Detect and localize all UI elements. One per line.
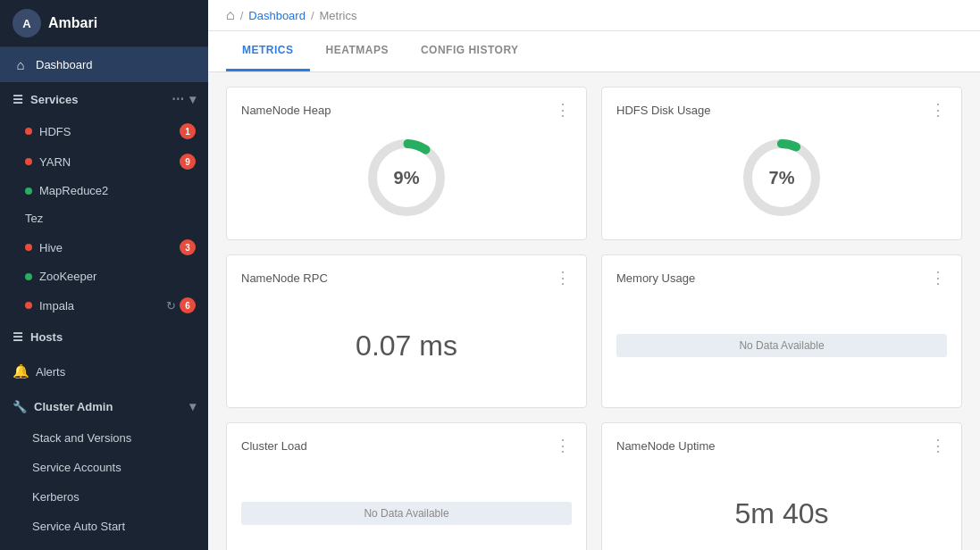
alerts-icon: 🔔 (13, 363, 29, 379)
metrics-grid: NameNode Heap ⋮ 9% HDFS Disk Usage ⋮ (208, 72, 980, 550)
impala-label: Impala (39, 299, 74, 312)
card-namenode-uptime-title: NameNode Uptime (616, 439, 716, 453)
main-content: ⌂ / Dashboard / Metrics METRICS HEATMAPS… (208, 0, 980, 550)
services-icon: ☰ (13, 93, 23, 106)
card-cluster-load: Cluster Load ⋮ No Data Available (226, 422, 587, 550)
breadcrumb-current: Metrics (320, 9, 357, 22)
namenode-uptime-value: 5m 40s (735, 497, 829, 530)
card-hdfs-disk-usage-menu[interactable]: ⋮ (930, 100, 947, 120)
breadcrumb-sep2: / (311, 9, 314, 22)
hdfs-disk-usage-donut: 7% (737, 133, 826, 222)
card-namenode-rpc: NameNode RPC ⋮ 0.07 ms (226, 254, 587, 408)
kerberos-label: Kerberos (32, 490, 80, 504)
namenode-rpc-value: 0.07 ms (356, 329, 457, 362)
tab-heatmaps[interactable]: HEATMAPS (310, 31, 405, 71)
sidebar-item-mapreduce2[interactable]: MapReduce2 (0, 177, 208, 204)
app-name: Ambari (48, 15, 97, 31)
dashboard-icon: ⌂ (13, 57, 29, 72)
hive-badge: 3 (180, 239, 196, 255)
breadcrumb-home-icon[interactable]: ⌂ (226, 7, 235, 23)
impala-status-dot (25, 302, 32, 309)
hive-status-dot (25, 244, 32, 251)
hdfs-status-dot (25, 128, 32, 135)
sidebar: A Ambari ⌂ Dashboard ☰ Services ⋯ ▾ HDFS… (0, 0, 208, 550)
card-namenode-rpc-title: NameNode RPC (241, 271, 328, 285)
sidebar-item-hosts-label: Hosts (30, 330, 63, 344)
card-cluster-load-title: Cluster Load (241, 439, 307, 453)
card-namenode-uptime: NameNode Uptime ⋮ 5m 40s (601, 422, 962, 550)
mapreduce2-status-dot (25, 188, 32, 195)
yarn-label: YARN (39, 155, 71, 169)
sidebar-item-tez[interactable]: Tez (0, 204, 208, 232)
services-chevron-icon[interactable]: ▾ (189, 92, 196, 106)
zookeeper-label: ZooKeeper (39, 270, 96, 283)
impala-badge: 6 (180, 297, 196, 313)
sidebar-item-services[interactable]: ☰ Services ⋯ ▾ (0, 82, 208, 116)
sidebar-item-stack-versions[interactable]: Stack and Versions (0, 423, 208, 453)
sidebar-header: A Ambari (0, 0, 208, 47)
hosts-icon: ☰ (13, 330, 23, 344)
sidebar-item-service-accounts[interactable]: Service Accounts (0, 453, 208, 482)
impala-refresh-icon[interactable]: ↻ (166, 299, 176, 312)
sidebar-item-alerts-label: Alerts (36, 365, 65, 379)
memory-usage-no-data: No Data Available (616, 334, 947, 357)
sidebar-item-cluster-admin[interactable]: 🔧 Cluster Admin ▾ (0, 389, 208, 423)
sidebar-item-service-auto-start[interactable]: Service Auto Start (0, 512, 208, 541)
tez-label: Tez (25, 212, 43, 225)
hdfs-badge: 1 (180, 123, 196, 139)
card-namenode-uptime-menu[interactable]: ⋮ (930, 436, 947, 455)
sidebar-item-kerberos[interactable]: Kerberos (0, 482, 208, 512)
cluster-load-no-data: No Data Available (241, 502, 572, 525)
sidebar-item-dashboard[interactable]: ⌂ Dashboard (0, 47, 208, 82)
sidebar-item-hdfs[interactable]: HDFS 1 (0, 116, 208, 146)
sidebar-item-yarn[interactable]: YARN 9 (0, 146, 208, 177)
service-accounts-label: Service Accounts (32, 461, 121, 474)
card-cluster-load-menu[interactable]: ⋮ (555, 436, 572, 455)
app-logo: A (13, 9, 41, 38)
yarn-badge: 9 (180, 154, 196, 170)
sidebar-item-hosts[interactable]: ☰ Hosts (0, 321, 208, 354)
sidebar-item-hive[interactable]: Hive 3 (0, 232, 208, 262)
stack-versions-label: Stack and Versions (32, 431, 131, 445)
card-hdfs-disk-usage: HDFS Disk Usage ⋮ 7% (601, 87, 962, 240)
sidebar-item-services-label: Services (30, 93, 79, 106)
service-auto-start-label: Service Auto Start (32, 520, 125, 533)
card-namenode-rpc-menu[interactable]: ⋮ (555, 268, 572, 288)
hive-label: Hive (39, 241, 63, 254)
card-memory-usage-title: Memory Usage (616, 271, 695, 285)
card-namenode-heap: NameNode Heap ⋮ 9% (226, 87, 587, 240)
tabs-bar: METRICS HEATMAPS CONFIG HISTORY (208, 31, 980, 72)
namenode-heap-value: 9% (394, 168, 420, 188)
tab-metrics[interactable]: METRICS (226, 31, 310, 71)
sidebar-item-cluster-admin-label: Cluster Admin (34, 400, 113, 413)
cluster-admin-chevron-icon[interactable]: ▾ (189, 399, 196, 413)
cluster-admin-icon: 🔧 (13, 400, 27, 413)
zookeeper-status-dot (25, 273, 32, 280)
mapreduce2-label: MapReduce2 (39, 184, 108, 197)
tab-config-history[interactable]: CONFIG HISTORY (405, 31, 535, 71)
sidebar-item-dashboard-label: Dashboard (36, 58, 93, 71)
sidebar-item-alerts[interactable]: 🔔 Alerts (0, 354, 208, 389)
card-memory-usage: Memory Usage ⋮ No Data Available (601, 254, 962, 408)
hdfs-label: HDFS (39, 125, 71, 138)
hdfs-disk-usage-value: 7% (769, 168, 795, 188)
card-hdfs-disk-usage-title: HDFS Disk Usage (616, 104, 710, 117)
breadcrumb-dashboard[interactable]: Dashboard (248, 9, 306, 22)
services-dots-icon[interactable]: ⋯ (172, 92, 184, 106)
topbar: ⌂ / Dashboard / Metrics (208, 0, 980, 31)
card-namenode-heap-title: NameNode Heap (241, 104, 331, 117)
card-memory-usage-menu[interactable]: ⋮ (930, 268, 947, 288)
sidebar-item-zookeeper[interactable]: ZooKeeper (0, 262, 208, 290)
namenode-heap-donut: 9% (362, 133, 451, 222)
yarn-status-dot (25, 158, 32, 165)
card-namenode-heap-menu[interactable]: ⋮ (555, 100, 572, 120)
breadcrumb-sep1: / (240, 9, 244, 22)
sidebar-item-impala[interactable]: Impala ↻ 6 (0, 290, 208, 321)
